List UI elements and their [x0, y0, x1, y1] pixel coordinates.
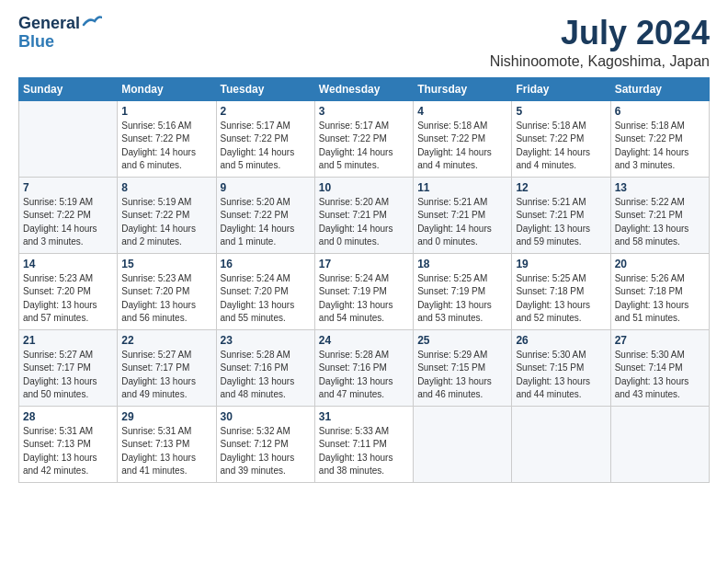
- day-number: 24: [319, 334, 409, 347]
- day-info: Sunrise: 5:31 AM Sunset: 7:13 PM Dayligh…: [121, 425, 211, 478]
- calendar-cell: 5Sunrise: 5:18 AM Sunset: 7:22 PM Daylig…: [512, 100, 610, 177]
- day-number: 23: [221, 334, 311, 347]
- calendar-header: SundayMondayTuesdayWednesdayThursdayFrid…: [19, 77, 710, 100]
- calendar-cell: 21Sunrise: 5:27 AM Sunset: 7:17 PM Dayli…: [19, 329, 118, 406]
- calendar-cell: 24Sunrise: 5:28 AM Sunset: 7:16 PM Dayli…: [314, 329, 413, 406]
- day-info: Sunrise: 5:23 AM Sunset: 7:20 PM Dayligh…: [23, 272, 113, 326]
- calendar-cell: 20Sunrise: 5:26 AM Sunset: 7:18 PM Dayli…: [610, 253, 709, 329]
- calendar-cell: 29Sunrise: 5:31 AM Sunset: 7:13 PM Dayli…: [118, 406, 216, 482]
- header-day-wednesday: Wednesday: [314, 77, 413, 100]
- location-title: Nishinoomote, Kagoshima, Japan: [490, 53, 710, 70]
- calendar-cell: [512, 406, 610, 482]
- calendar-cell: 31Sunrise: 5:33 AM Sunset: 7:11 PM Dayli…: [314, 406, 413, 482]
- day-info: Sunrise: 5:30 AM Sunset: 7:14 PM Dayligh…: [615, 349, 705, 402]
- header-day-tuesday: Tuesday: [216, 77, 314, 100]
- logo: General Blue: [18, 15, 102, 52]
- calendar-cell: 8Sunrise: 5:19 AM Sunset: 7:22 PM Daylig…: [118, 177, 216, 253]
- day-number: 12: [516, 181, 606, 194]
- logo-general: General: [18, 15, 80, 33]
- day-number: 1: [121, 105, 211, 118]
- day-number: 28: [23, 410, 113, 423]
- day-number: 17: [319, 258, 409, 270]
- day-number: 2: [221, 105, 311, 118]
- header-day-friday: Friday: [512, 77, 610, 100]
- week-row-3: 14Sunrise: 5:23 AM Sunset: 7:20 PM Dayli…: [19, 253, 710, 329]
- day-info: Sunrise: 5:27 AM Sunset: 7:17 PM Dayligh…: [23, 349, 113, 402]
- header-day-thursday: Thursday: [414, 77, 512, 100]
- calendar-table: SundayMondayTuesdayWednesdayThursdayFrid…: [18, 77, 710, 483]
- day-info: Sunrise: 5:20 AM Sunset: 7:21 PM Dayligh…: [319, 196, 409, 249]
- day-info: Sunrise: 5:23 AM Sunset: 7:20 PM Dayligh…: [121, 272, 211, 326]
- header-row: SundayMondayTuesdayWednesdayThursdayFrid…: [19, 77, 710, 100]
- week-row-4: 21Sunrise: 5:27 AM Sunset: 7:17 PM Dayli…: [19, 329, 710, 406]
- calendar-cell: 13Sunrise: 5:22 AM Sunset: 7:21 PM Dayli…: [610, 177, 709, 253]
- day-number: 25: [417, 334, 507, 347]
- week-row-1: 1Sunrise: 5:16 AM Sunset: 7:22 PM Daylig…: [19, 100, 710, 177]
- day-info: Sunrise: 5:19 AM Sunset: 7:22 PM Dayligh…: [23, 196, 113, 249]
- logo-bird-icon: [82, 16, 102, 29]
- calendar-cell: 28Sunrise: 5:31 AM Sunset: 7:13 PM Dayli…: [19, 406, 118, 482]
- calendar-cell: 17Sunrise: 5:24 AM Sunset: 7:19 PM Dayli…: [314, 253, 413, 329]
- day-info: Sunrise: 5:30 AM Sunset: 7:15 PM Dayligh…: [516, 349, 606, 402]
- day-info: Sunrise: 5:16 AM Sunset: 7:22 PM Dayligh…: [121, 120, 211, 173]
- day-number: 21: [23, 334, 113, 347]
- day-number: 11: [417, 181, 507, 194]
- day-number: 9: [221, 181, 311, 194]
- header-day-sunday: Sunday: [19, 77, 118, 100]
- day-info: Sunrise: 5:25 AM Sunset: 7:18 PM Dayligh…: [516, 272, 606, 326]
- calendar-cell: 23Sunrise: 5:28 AM Sunset: 7:16 PM Dayli…: [216, 329, 314, 406]
- day-info: Sunrise: 5:31 AM Sunset: 7:13 PM Dayligh…: [23, 425, 113, 478]
- day-info: Sunrise: 5:17 AM Sunset: 7:22 PM Dayligh…: [221, 120, 311, 173]
- day-info: Sunrise: 5:18 AM Sunset: 7:22 PM Dayligh…: [417, 120, 507, 173]
- day-info: Sunrise: 5:33 AM Sunset: 7:11 PM Dayligh…: [319, 425, 409, 478]
- week-row-2: 7Sunrise: 5:19 AM Sunset: 7:22 PM Daylig…: [19, 177, 710, 253]
- calendar-cell: 4Sunrise: 5:18 AM Sunset: 7:22 PM Daylig…: [414, 100, 512, 177]
- calendar-cell: 25Sunrise: 5:29 AM Sunset: 7:15 PM Dayli…: [414, 329, 512, 406]
- calendar-cell: 3Sunrise: 5:17 AM Sunset: 7:22 PM Daylig…: [314, 100, 413, 177]
- calendar-cell: 16Sunrise: 5:24 AM Sunset: 7:20 PM Dayli…: [216, 253, 314, 329]
- day-info: Sunrise: 5:32 AM Sunset: 7:12 PM Dayligh…: [221, 425, 311, 478]
- calendar-cell: 2Sunrise: 5:17 AM Sunset: 7:22 PM Daylig…: [216, 100, 314, 177]
- calendar-cell: [414, 406, 512, 482]
- day-info: Sunrise: 5:20 AM Sunset: 7:22 PM Dayligh…: [221, 196, 311, 249]
- day-number: 8: [121, 181, 211, 194]
- day-info: Sunrise: 5:24 AM Sunset: 7:20 PM Dayligh…: [221, 272, 311, 326]
- day-number: 13: [615, 181, 705, 194]
- header: General Blue July 2024 Nishinoomote, Kag…: [18, 15, 710, 70]
- calendar-cell: 19Sunrise: 5:25 AM Sunset: 7:18 PM Dayli…: [512, 253, 610, 329]
- day-info: Sunrise: 5:17 AM Sunset: 7:22 PM Dayligh…: [319, 120, 409, 173]
- calendar-cell: 6Sunrise: 5:18 AM Sunset: 7:22 PM Daylig…: [610, 100, 709, 177]
- day-info: Sunrise: 5:28 AM Sunset: 7:16 PM Dayligh…: [319, 349, 409, 402]
- day-number: 5: [516, 105, 606, 118]
- logo-blue: Blue: [18, 33, 54, 52]
- day-number: 22: [121, 334, 211, 347]
- calendar-cell: 11Sunrise: 5:21 AM Sunset: 7:21 PM Dayli…: [414, 177, 512, 253]
- calendar-cell: 10Sunrise: 5:20 AM Sunset: 7:21 PM Dayli…: [314, 177, 413, 253]
- title-block: July 2024 Nishinoomote, Kagoshima, Japan: [490, 15, 710, 70]
- calendar-cell: 7Sunrise: 5:19 AM Sunset: 7:22 PM Daylig…: [19, 177, 118, 253]
- day-number: 30: [221, 410, 311, 423]
- day-number: 10: [319, 181, 409, 194]
- day-info: Sunrise: 5:22 AM Sunset: 7:21 PM Dayligh…: [615, 196, 705, 249]
- day-number: 4: [417, 105, 507, 118]
- calendar-cell: 30Sunrise: 5:32 AM Sunset: 7:12 PM Dayli…: [216, 406, 314, 482]
- week-row-5: 28Sunrise: 5:31 AM Sunset: 7:13 PM Dayli…: [19, 406, 710, 482]
- calendar-cell: [610, 406, 709, 482]
- month-title: July 2024: [490, 15, 710, 52]
- calendar-cell: 18Sunrise: 5:25 AM Sunset: 7:19 PM Dayli…: [414, 253, 512, 329]
- day-number: 20: [615, 258, 705, 270]
- day-number: 14: [23, 258, 113, 270]
- day-number: 31: [319, 410, 409, 423]
- calendar-cell: 27Sunrise: 5:30 AM Sunset: 7:14 PM Dayli…: [610, 329, 709, 406]
- day-number: 15: [121, 258, 211, 270]
- calendar-cell: 9Sunrise: 5:20 AM Sunset: 7:22 PM Daylig…: [216, 177, 314, 253]
- day-info: Sunrise: 5:21 AM Sunset: 7:21 PM Dayligh…: [417, 196, 507, 249]
- calendar-cell: 14Sunrise: 5:23 AM Sunset: 7:20 PM Dayli…: [19, 253, 118, 329]
- day-info: Sunrise: 5:27 AM Sunset: 7:17 PM Dayligh…: [121, 349, 211, 402]
- day-number: 29: [121, 410, 211, 423]
- header-day-monday: Monday: [118, 77, 216, 100]
- day-number: 16: [221, 258, 311, 270]
- day-number: 18: [417, 258, 507, 270]
- calendar-cell: 15Sunrise: 5:23 AM Sunset: 7:20 PM Dayli…: [118, 253, 216, 329]
- header-day-saturday: Saturday: [610, 77, 709, 100]
